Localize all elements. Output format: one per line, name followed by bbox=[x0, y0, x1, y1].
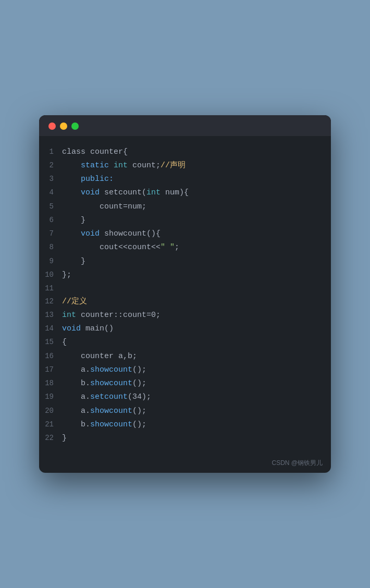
line-number: 22 bbox=[44, 432, 62, 445]
token: num){ bbox=[165, 188, 189, 197]
line-number: 12 bbox=[44, 295, 62, 308]
token: (); bbox=[132, 365, 146, 374]
token: a. bbox=[62, 407, 90, 415]
line-number: 3 bbox=[44, 173, 62, 186]
token: //声明 bbox=[161, 161, 186, 170]
token: (); bbox=[132, 379, 146, 388]
code-line: 12//定义 bbox=[44, 295, 326, 309]
token: }; bbox=[62, 271, 71, 279]
token: int bbox=[114, 161, 132, 170]
line-number: 6 bbox=[44, 214, 62, 227]
token: b. bbox=[62, 420, 90, 429]
line-number: 20 bbox=[44, 405, 62, 418]
line-content: int counter::count=0; bbox=[62, 309, 161, 322]
line-number: 18 bbox=[44, 377, 62, 390]
code-line: 19 a.setcount(34); bbox=[44, 390, 326, 404]
code-line: 13int counter::count=0; bbox=[44, 309, 326, 322]
token: } bbox=[62, 257, 85, 266]
token: cout<<count<< bbox=[62, 243, 161, 252]
line-content: a.showcount(); bbox=[62, 363, 146, 377]
line-number: 5 bbox=[44, 200, 62, 213]
token: counter{ bbox=[90, 148, 128, 156]
code-line: 21 b.showcount(); bbox=[44, 418, 326, 432]
code-line: 5 count=num; bbox=[44, 200, 326, 214]
code-line: 8 cout<<count<<" "; bbox=[44, 241, 326, 254]
code-line: 15{ bbox=[44, 336, 326, 349]
line-content: count=num; bbox=[62, 200, 146, 214]
code-line: 3 public: bbox=[44, 173, 326, 186]
line-content: void setcount(int num){ bbox=[62, 186, 189, 200]
token: public: bbox=[62, 175, 114, 183]
line-number: 19 bbox=[44, 390, 62, 403]
code-line: 14void main() bbox=[44, 322, 326, 336]
token: { bbox=[62, 338, 67, 347]
token: } bbox=[62, 434, 67, 443]
token: showcount bbox=[90, 365, 132, 374]
line-number: 13 bbox=[44, 309, 62, 322]
token: void bbox=[62, 229, 104, 238]
token: int bbox=[146, 188, 165, 197]
code-line: 1class counter{ bbox=[44, 145, 326, 159]
token: " " bbox=[161, 243, 175, 252]
token: counter::count=0; bbox=[81, 311, 161, 320]
maximize-button[interactable] bbox=[71, 123, 79, 130]
close-button[interactable] bbox=[48, 123, 56, 130]
line-number: 11 bbox=[44, 282, 62, 295]
code-line: 6 } bbox=[44, 214, 326, 227]
token: setcount bbox=[90, 393, 128, 401]
code-line: 22} bbox=[44, 432, 326, 445]
token: ; bbox=[175, 243, 179, 252]
line-content: cout<<count<<" "; bbox=[62, 241, 179, 254]
token: } bbox=[62, 216, 85, 225]
line-content: } bbox=[62, 432, 67, 445]
token: void bbox=[62, 188, 104, 197]
line-content: { bbox=[62, 336, 67, 349]
token: (34); bbox=[128, 393, 151, 401]
token: showcount(){ bbox=[104, 229, 161, 238]
line-content: }; bbox=[62, 268, 71, 282]
line-content: class counter{ bbox=[62, 145, 128, 159]
code-line: 20 a.showcount(); bbox=[44, 405, 326, 418]
code-line: 10}; bbox=[44, 268, 326, 282]
line-number: 21 bbox=[44, 418, 62, 431]
line-number: 14 bbox=[44, 322, 62, 335]
line-number: 7 bbox=[44, 227, 62, 240]
code-line: 2 static int count;//声明 bbox=[44, 159, 326, 173]
token: a. bbox=[62, 365, 90, 374]
line-content: a.showcount(); bbox=[62, 405, 146, 418]
token: b. bbox=[62, 379, 90, 388]
token: count; bbox=[132, 161, 161, 170]
code-window: 1class counter{2 static int count;//声明3 … bbox=[39, 115, 331, 473]
token: class bbox=[62, 148, 90, 156]
code-editor: 1class counter{2 static int count;//声明3 … bbox=[39, 136, 331, 456]
token: setcount( bbox=[104, 188, 146, 197]
code-line: 18 b.showcount(); bbox=[44, 377, 326, 390]
token: showcount bbox=[90, 407, 132, 415]
line-number: 1 bbox=[44, 145, 62, 158]
code-line: 9 } bbox=[44, 255, 326, 268]
minimize-button[interactable] bbox=[60, 123, 67, 130]
line-number: 9 bbox=[44, 255, 62, 268]
line-number: 10 bbox=[44, 268, 62, 281]
line-content: counter a,b; bbox=[62, 350, 137, 363]
line-content: //定义 bbox=[62, 295, 87, 309]
line-content: } bbox=[62, 255, 85, 268]
line-number: 16 bbox=[44, 350, 62, 363]
titlebar bbox=[39, 115, 331, 136]
line-content: a.setcount(34); bbox=[62, 390, 151, 404]
line-number: 4 bbox=[44, 186, 62, 199]
code-line: 4 void setcount(int num){ bbox=[44, 186, 326, 200]
token: showcount bbox=[90, 379, 132, 388]
code-line: 7 void showcount(){ bbox=[44, 227, 326, 241]
token: (); bbox=[132, 420, 146, 429]
line-content: public: bbox=[62, 173, 114, 186]
code-line: 16 counter a,b; bbox=[44, 350, 326, 363]
watermark: CSDN @钢铁男儿 bbox=[39, 456, 331, 473]
token: static bbox=[62, 161, 114, 170]
line-number: 17 bbox=[44, 363, 62, 376]
token: //定义 bbox=[62, 297, 87, 306]
token: main() bbox=[85, 324, 114, 333]
line-content: void showcount(){ bbox=[62, 227, 161, 241]
line-content: } bbox=[62, 214, 85, 227]
code-line: 17 a.showcount(); bbox=[44, 363, 326, 377]
